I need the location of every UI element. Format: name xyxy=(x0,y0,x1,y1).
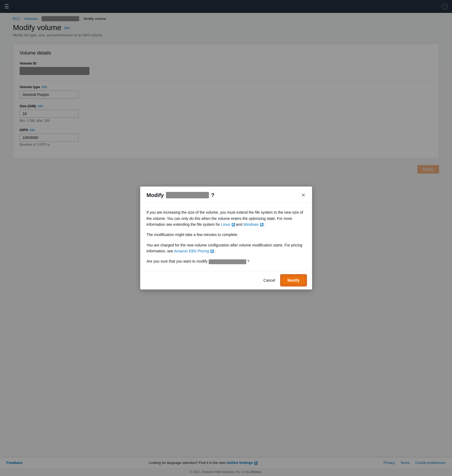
modify-confirm-button[interactable]: Modify xyxy=(281,275,305,285)
modal-confirm-text: Are you sure that you want to modify ? xyxy=(147,258,306,264)
modal-overlay: Modify ? ✕ If you are increasing the siz… xyxy=(0,0,452,476)
modal-body: If you are increasing the size of the vo… xyxy=(140,203,312,271)
modal-title-redacted xyxy=(166,192,209,198)
modal-header: Modify ? ✕ xyxy=(140,187,312,203)
modal-footer: Cancel Modify xyxy=(140,271,312,289)
linux-external-icon xyxy=(232,223,235,226)
modal-paragraph-2: The modification might take a few minute… xyxy=(147,232,306,238)
confirm-modal: Modify ? ✕ If you are increasing the siz… xyxy=(140,187,312,289)
modal-paragraph-3: You are charged for the new volume confi… xyxy=(147,242,306,254)
modal-paragraph-1: If you are increasing the size of the vo… xyxy=(147,209,306,227)
modal-close-button[interactable]: ✕ xyxy=(301,192,306,198)
windows-external-icon xyxy=(260,223,263,226)
cancel-button[interactable]: Cancel xyxy=(260,276,279,285)
modal-title-prefix: Modify xyxy=(147,192,164,198)
linux-link[interactable]: Linux xyxy=(221,222,230,227)
windows-link[interactable]: Windows xyxy=(243,222,259,227)
pricing-external-icon xyxy=(211,250,214,253)
modal-title-suffix: ? xyxy=(211,192,214,198)
pricing-link[interactable]: Amazon EBS Pricing xyxy=(174,249,209,253)
modal-confirm-redacted xyxy=(209,259,246,264)
modal-title: Modify ? xyxy=(147,192,215,198)
